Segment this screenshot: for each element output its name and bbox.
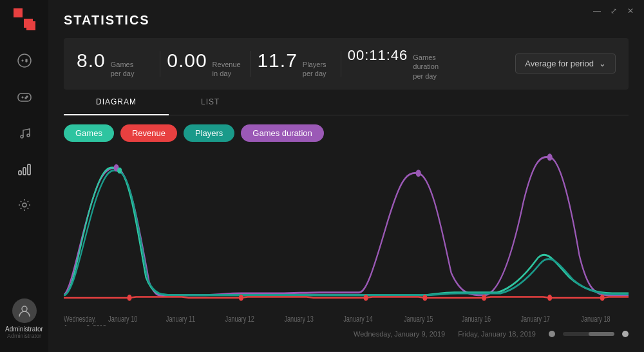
scrollbar-thumb[interactable] [589,332,614,336]
sidebar-item-statistics[interactable] [6,153,42,184]
svg-rect-10 [19,171,21,175]
scrollbar-track[interactable] [563,332,614,336]
period-label: Average for period [525,59,594,68]
tab-diagram[interactable]: DIAGRAM [64,90,169,115]
sidebar-nav [6,45,42,292]
stat-games: 8.0 Gamesper day [77,50,153,79]
tab-list[interactable]: LIST [169,90,252,115]
point-revenue-4 [422,295,427,301]
stat-duration: 00:11:46 Gamesduration per day [348,47,439,81]
page-title: STATISTICS [64,13,629,28]
x-label-1: January 10 [108,315,137,324]
sidebar-footer: Administrator Administrator [5,292,43,346]
point-revenue-6 [547,295,552,301]
x-label-5: January 14 [343,315,372,324]
titlebar: — ⤢ ✕ [591,5,636,17]
x-label-9: January 18 [581,315,610,324]
revenue-label: Revenuein day [213,60,241,79]
close-button[interactable]: ✕ [625,5,636,17]
line-duration [64,157,629,295]
admin-role: Administrator [7,333,41,339]
sidebar-item-settings[interactable] [6,190,42,220]
scroll-right-dot[interactable] [622,331,629,337]
date-start: Wednesday, January 9, 2019 [354,330,445,338]
x-label-0: Wednesday, [64,315,96,324]
avatar[interactable] [12,298,37,323]
svg-text:January 9, 2019: January 9, 2019 [64,324,106,326]
svg-point-13 [23,203,26,207]
svg-rect-12 [28,164,30,175]
filter-bar: Games Revenue Players Games duration [64,115,629,148]
filter-players[interactable]: Players [184,124,234,142]
sidebar-item-gamepad[interactable] [6,45,42,76]
svg-point-2 [18,54,31,67]
date-range: Wednesday, January 9, 2019 Friday, Janua… [354,330,536,338]
stat-revenue: 0.00 Revenuein day [167,50,243,79]
filter-revenue[interactable]: Revenue [120,124,177,142]
point-duration-2 [416,170,421,177]
date-end: Friday, January 18, 2019 [458,330,536,338]
svg-point-6 [26,96,28,97]
admin-name: Administrator [5,326,43,333]
point-duration-3 [547,153,553,161]
svg-point-14 [22,306,27,311]
x-label-8: January 17 [521,315,550,324]
maximize-button[interactable]: ⤢ [608,5,620,17]
svg-point-7 [25,97,26,99]
tabs: DIAGRAM LIST [64,90,629,115]
point-revenue-2 [239,295,243,301]
players-label: Playersper day [303,60,327,79]
x-label-3: January 12 [225,315,254,324]
period-selector[interactable]: Average for period ⌄ [515,54,616,73]
svg-rect-5 [18,93,31,101]
app-logo [12,6,37,32]
games-label: Gamesper day [111,60,135,79]
point-games-1 [117,168,122,174]
chart-area: Wednesday, January 9, 2019 January 10 Ja… [64,148,629,326]
x-label-2: January 11 [166,315,195,324]
duration-value: 00:11:46 [348,47,408,64]
revenue-value: 0.00 [167,50,207,72]
games-value: 8.0 [77,50,106,72]
sidebar: Administrator Administrator [0,0,48,352]
minimize-button[interactable]: — [591,5,603,17]
svg-point-4 [26,61,27,62]
main-content: — ⤢ ✕ STATISTICS 8.0 Gamesper day 0.00 R… [48,0,644,352]
stats-bar: 8.0 Gamesper day 0.00 Revenuein day 11.7… [64,38,629,90]
stat-divider-1 [160,51,160,77]
x-label-7: January 16 [462,315,491,324]
svg-point-8 [21,135,23,138]
line-revenue [64,297,629,297]
bottom-bar: Wednesday, January 9, 2019 Friday, Janua… [64,326,629,339]
chevron-down-icon: ⌄ [599,59,606,68]
point-revenue-5 [482,295,486,301]
filter-games[interactable]: Games [64,124,114,142]
svg-rect-1 [24,19,33,28]
scroll-left-dot[interactable] [549,331,555,337]
players-value: 11.7 [257,50,297,72]
svg-point-9 [27,134,30,137]
stat-divider-3 [341,51,341,77]
svg-rect-11 [23,168,26,175]
stat-divider-2 [250,51,251,77]
svg-rect-0 [14,8,23,17]
point-revenue-3 [364,295,368,301]
point-revenue-1 [127,295,131,301]
duration-label: Gamesduration per day [413,53,439,81]
filter-duration[interactable]: Games duration [241,124,324,142]
chart-svg: Wednesday, January 9, 2019 January 10 Ja… [64,148,629,326]
sidebar-item-music[interactable] [6,117,42,148]
logo-shape [14,8,35,30]
x-label-4: January 13 [284,315,313,324]
sidebar-item-controller[interactable] [6,81,42,112]
point-revenue-7 [600,295,605,301]
x-label-6: January 15 [404,315,433,324]
stat-players: 11.7 Playersper day [257,50,334,79]
